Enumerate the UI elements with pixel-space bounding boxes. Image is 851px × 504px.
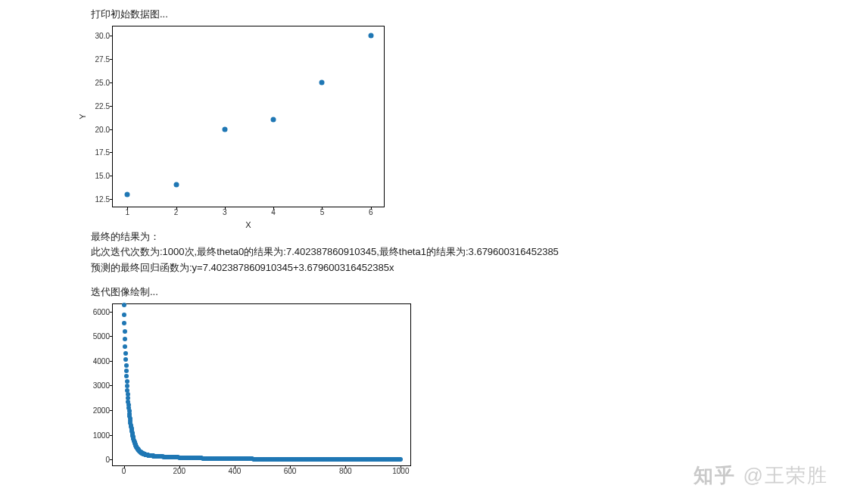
chart2-point (398, 457, 403, 462)
chart1-ylabel: Y (78, 114, 87, 120)
chart1-ytick: 15.0 (83, 172, 113, 180)
iteration-header: 迭代图像绘制... (91, 285, 851, 299)
watermark-brand: 知乎 (694, 464, 736, 487)
chart1-point (125, 191, 130, 197)
print-initial-label: 打印初始数据图... (91, 8, 851, 21)
chart1-ytick: 22.5 (83, 101, 113, 110)
chart2-point (124, 374, 129, 378)
chart1-ytick: 12.5 (83, 194, 113, 203)
chart1-ytick: 27.5 (83, 55, 113, 64)
chart2-point (122, 303, 126, 307)
chart2-point (123, 357, 128, 362)
chart1-point (368, 33, 373, 39)
chart2-ytick: 1000 (83, 431, 113, 439)
chart2-ytick: 6000 (83, 307, 113, 316)
chart2-point (123, 351, 128, 356)
chart2-ytick: 4000 (83, 356, 113, 365)
chart2-point (122, 321, 126, 325)
chart2-point (123, 329, 127, 334)
watermark: 知乎@王荣胜 (694, 462, 828, 489)
chart2-ytick: 3000 (83, 381, 113, 390)
result-header: 最终的结果为： (91, 230, 851, 244)
chart1-point (173, 182, 179, 188)
chart1-xlabel: X (245, 220, 251, 229)
chart2-point (123, 344, 127, 349)
scatter-chart-initial: Y X 12.515.017.520.022.525.027.530.01234… (112, 26, 385, 207)
chart2-point (123, 337, 127, 341)
scatter-chart-iteration: 0100020003000400050006000020040060080010… (112, 303, 411, 466)
result-line-2: 预测的最终回归函数为:y=7.402387860910345+3.6796003… (91, 261, 851, 275)
chart1-point (222, 126, 227, 132)
chart1-ytick: 20.0 (83, 125, 113, 133)
chart1-point (271, 117, 276, 123)
chart1-ytick: 25.0 (83, 79, 113, 87)
chart2-ytick: 5000 (83, 332, 113, 341)
chart1-ytick: 30.0 (83, 32, 113, 40)
chart2-point (124, 369, 129, 373)
chart2-ytick: 0 (83, 456, 113, 464)
result-line-1: 此次迭代次数为:1000次,最终theta0的结果为:7.40238786091… (91, 245, 851, 259)
chart2-point (124, 363, 129, 368)
chart1-point (320, 80, 325, 86)
watermark-author: @王荣胜 (743, 464, 828, 487)
chart2-ytick: 2000 (83, 406, 113, 415)
chart1-ytick: 17.5 (83, 148, 113, 157)
chart2-point (122, 313, 126, 317)
